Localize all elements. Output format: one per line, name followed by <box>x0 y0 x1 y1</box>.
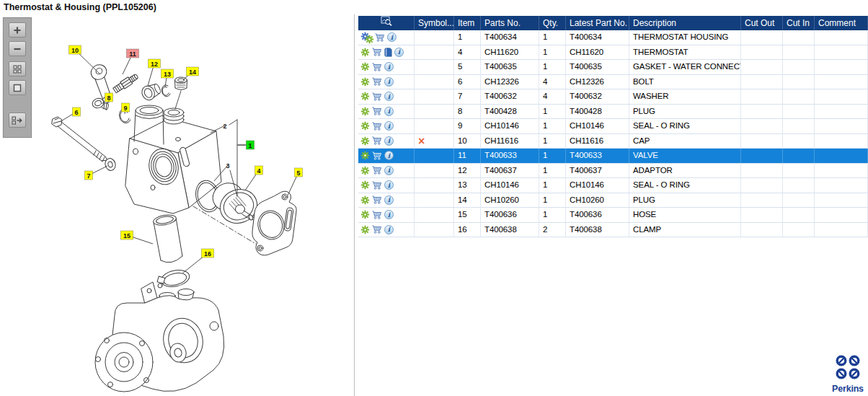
cell-symbol[interactable] <box>415 60 454 74</box>
gear-icon[interactable] <box>360 136 370 146</box>
cell-latest[interactable]: CH12326 <box>566 75 629 89</box>
cell-parts-no[interactable]: T400633 <box>481 149 539 163</box>
table-row-item-8[interactable]: i8T4004281T400428PLUG <box>358 105 868 120</box>
cell-latest[interactable]: T400632 <box>566 89 629 104</box>
cell-comment[interactable] <box>815 208 868 222</box>
cell-description[interactable]: WASHER <box>629 89 741 104</box>
callout-9[interactable]: 9 <box>122 103 130 112</box>
cell-parts-no[interactable]: T400638 <box>481 223 539 237</box>
cell-item[interactable]: 14 <box>454 193 481 208</box>
cart-icon[interactable] <box>372 122 382 131</box>
cell-cut-out[interactable] <box>741 178 783 193</box>
cell-symbol[interactable] <box>415 45 454 60</box>
cell-description[interactable]: SEAL - O RING <box>629 119 741 133</box>
callout-13[interactable]: 13 <box>161 69 174 78</box>
table-row-item-10[interactable]: i×10CH116161CH11616CAP <box>358 134 868 149</box>
info-icon[interactable]: i <box>384 195 394 205</box>
cell-description[interactable]: THERMOSTAT <box>629 45 741 60</box>
callout-12[interactable]: 12 <box>149 59 161 68</box>
cell-cut-out[interactable] <box>741 149 783 163</box>
cell-symbol[interactable] <box>415 30 454 45</box>
info-icon[interactable]: i <box>384 107 394 116</box>
cell-description[interactable]: ADAPTOR <box>629 164 741 178</box>
cell-symbol[interactable] <box>415 89 454 104</box>
cell-symbol[interactable] <box>415 193 454 208</box>
cell-cut-in[interactable] <box>783 89 815 104</box>
gear-icon[interactable] <box>360 195 370 205</box>
cell-item[interactable]: 7 <box>454 89 481 104</box>
cell-item[interactable]: 1 <box>454 30 481 45</box>
cell-latest[interactable]: CH10146 <box>566 119 629 133</box>
zoom-out-button[interactable] <box>9 41 26 56</box>
callout-8[interactable]: 8 <box>105 93 113 102</box>
info-icon[interactable]: i <box>384 225 394 234</box>
info-icon[interactable]: i <box>384 166 394 175</box>
cell-cut-in[interactable] <box>783 30 815 45</box>
table-row-item-5[interactable]: i5T4006351T400635GASKET - WATER CONNECTI… <box>358 60 868 75</box>
col-header-item[interactable]: Item <box>454 16 481 30</box>
cell-cut-out[interactable] <box>741 193 783 208</box>
cell-item[interactable]: 15 <box>454 208 481 222</box>
gear-icon[interactable] <box>360 151 370 160</box>
cell-cut-out[interactable] <box>741 164 783 178</box>
cell-comment[interactable] <box>815 193 868 208</box>
table-row-item-11[interactable]: i11T4006331T400633VALVE <box>358 149 868 164</box>
cell-symbol[interactable] <box>415 178 454 193</box>
cell-item[interactable]: 6 <box>454 75 481 89</box>
cell-parts-no[interactable]: T400635 <box>481 60 539 74</box>
cell-description[interactable]: HOSE <box>629 208 741 222</box>
gear-pair-icon[interactable] <box>360 32 373 43</box>
cell-item[interactable]: 12 <box>454 164 481 178</box>
col-header-icons[interactable] <box>358 16 415 30</box>
cell-cut-in[interactable] <box>783 208 815 222</box>
cell-cut-in[interactable] <box>783 105 815 119</box>
info-icon[interactable]: i <box>384 180 394 190</box>
callout-10[interactable]: 10 <box>69 45 81 54</box>
cell-item[interactable]: 9 <box>454 119 481 133</box>
cell-qty[interactable]: 1 <box>539 60 566 74</box>
cell-description[interactable]: VALVE <box>629 149 741 163</box>
cell-item[interactable]: 11 <box>454 149 481 163</box>
cell-cut-in[interactable] <box>783 149 815 163</box>
cell-cut-in[interactable] <box>783 45 815 60</box>
cell-cut-in[interactable] <box>783 75 815 89</box>
cell-parts-no[interactable]: T400632 <box>481 89 539 104</box>
cell-parts-no[interactable]: CH10146 <box>481 178 539 193</box>
cell-qty[interactable]: 1 <box>539 30 566 45</box>
panel-divider[interactable] <box>354 14 355 396</box>
cell-symbol[interactable] <box>415 223 454 237</box>
cart-icon[interactable] <box>375 33 385 42</box>
gear-icon[interactable] <box>360 107 370 116</box>
cell-qty[interactable]: 1 <box>539 134 566 149</box>
book-icon[interactable] <box>384 48 392 57</box>
gear-icon[interactable] <box>360 77 370 87</box>
exploded-parts-diagram[interactable]: 10111213148697213451516 <box>32 14 354 396</box>
cell-item[interactable]: 4 <box>454 45 481 60</box>
cell-parts-no[interactable]: CH10146 <box>481 119 539 133</box>
cell-latest[interactable]: CH11616 <box>566 134 629 149</box>
cell-cut-out[interactable] <box>741 45 783 60</box>
cell-cut-out[interactable] <box>741 105 783 119</box>
col-header-symbol[interactable]: Symbol... <box>415 16 454 30</box>
cell-description[interactable]: BOLT <box>629 75 741 89</box>
cell-cut-out[interactable] <box>741 119 783 133</box>
cell-qty[interactable]: 1 <box>539 164 566 178</box>
info-icon[interactable]: i <box>384 136 394 146</box>
collapse-panel-button[interactable] <box>9 113 26 128</box>
cell-latest[interactable]: T400634 <box>566 30 629 45</box>
cell-comment[interactable] <box>815 164 868 178</box>
cell-symbol[interactable] <box>415 149 454 163</box>
cell-latest[interactable]: CH11620 <box>566 45 629 60</box>
info-icon[interactable]: i <box>384 92 394 101</box>
table-row-item-16[interactable]: i16T4006382T400638CLAMP <box>358 223 868 238</box>
cell-qty[interactable]: 1 <box>539 45 566 60</box>
cart-icon[interactable] <box>372 166 382 175</box>
cell-cut-out[interactable] <box>741 30 783 45</box>
cell-comment[interactable] <box>815 105 868 119</box>
cell-parts-no[interactable]: CH12326 <box>481 75 539 89</box>
callout-15[interactable]: 15 <box>121 231 133 239</box>
col-header-description[interactable]: Description <box>629 16 741 30</box>
gear-icon[interactable] <box>360 166 370 175</box>
cell-latest[interactable]: CH10146 <box>566 178 629 193</box>
cell-cut-in[interactable] <box>783 164 815 178</box>
